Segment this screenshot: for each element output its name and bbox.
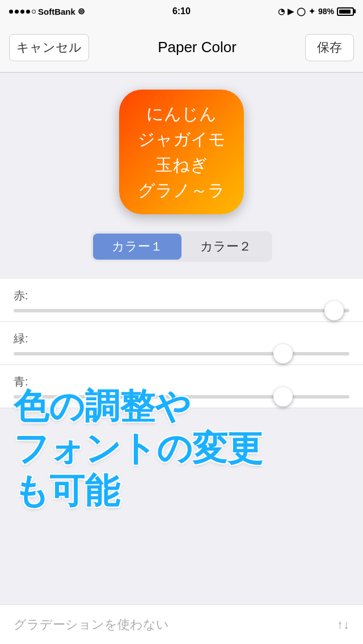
sort-icon: ↑↓ (337, 617, 349, 632)
battery-icon (337, 7, 354, 16)
green-slider-row: 緑: (0, 322, 363, 365)
green-slider-thumb[interactable] (273, 344, 293, 363)
green-slider-track[interactable] (14, 352, 349, 355)
location-icon: ▶ (288, 7, 294, 16)
battery-percent: 98% (318, 7, 334, 16)
icon-line-2: ジャガイモ (138, 126, 226, 152)
page-wrapper: SoftBank ⊜ 6:10 ◔ ▶ ◯ ✦ 98% キャンセル Paper … (0, 0, 363, 644)
app-icon-preview: にんじん ジャガイモ 玉ねぎ グラノ～ラ (119, 90, 244, 214)
lock-icon: ◔ (278, 7, 285, 16)
battery-fill (339, 10, 351, 14)
overlay-line-2: フォントの変更 (14, 427, 263, 469)
icon-line-1: にんじん (138, 101, 226, 126)
clock-icon: ◯ (297, 7, 306, 16)
red-slider-row: 赤: (0, 279, 363, 322)
red-slider-track[interactable] (14, 309, 349, 312)
page-title: Paper Color (158, 39, 237, 56)
segmented-control: カラー１ カラー２ (91, 231, 272, 262)
main-content: にんじん ジャガイモ 玉ねぎ グラノ～ラ カラー１ カラー２ 赤: 緑: (0, 73, 363, 408)
blue-slider-thumb[interactable] (273, 387, 293, 406)
status-left: SoftBank ⊜ (9, 6, 85, 16)
dot-5 (32, 10, 36, 14)
dot-3 (20, 10, 24, 14)
bluetooth-icon: ✦ (309, 7, 315, 16)
blue-slider-track[interactable] (14, 395, 349, 399)
battery-tip (354, 10, 356, 14)
dot-2 (15, 10, 19, 14)
color1-tab[interactable]: カラー１ (93, 234, 182, 260)
blue-label: 青: (14, 374, 349, 389)
blue-slider-row: 青: (0, 365, 363, 408)
status-bar: SoftBank ⊜ 6:10 ◔ ▶ ◯ ✦ 98% (0, 0, 363, 23)
icon-line-4: グラノ～ラ (138, 177, 226, 203)
status-right: ◔ ▶ ◯ ✦ 98% (278, 7, 354, 16)
wifi-icon: ⊜ (78, 6, 85, 16)
carrier-name: SoftBank (38, 7, 75, 16)
green-label: 緑: (14, 331, 349, 346)
gradient-option-row[interactable]: グラデーションを使わない ↑↓ (0, 604, 363, 644)
icon-line-3: 玉ねぎ (138, 152, 226, 177)
sliders-section: 赤: 緑: 青: (0, 279, 363, 408)
overlay-line-3: も可能 (14, 470, 263, 512)
color2-tab[interactable]: カラー２ (182, 234, 270, 260)
nav-bar: キャンセル Paper Color 保存 (0, 23, 363, 73)
save-button[interactable]: 保存 (305, 34, 354, 61)
red-slider-thumb[interactable] (324, 301, 344, 320)
dot-1 (9, 10, 13, 14)
gradient-label: グラデーションを使わない (14, 616, 169, 633)
cancel-button[interactable]: キャンセル (9, 34, 89, 61)
status-time: 6:10 (172, 6, 191, 16)
app-icon-text: にんじん ジャガイモ 玉ねぎ グラノ～ラ (138, 101, 226, 203)
red-label: 赤: (14, 288, 349, 303)
dot-4 (26, 10, 30, 14)
signal-dots (9, 10, 36, 14)
